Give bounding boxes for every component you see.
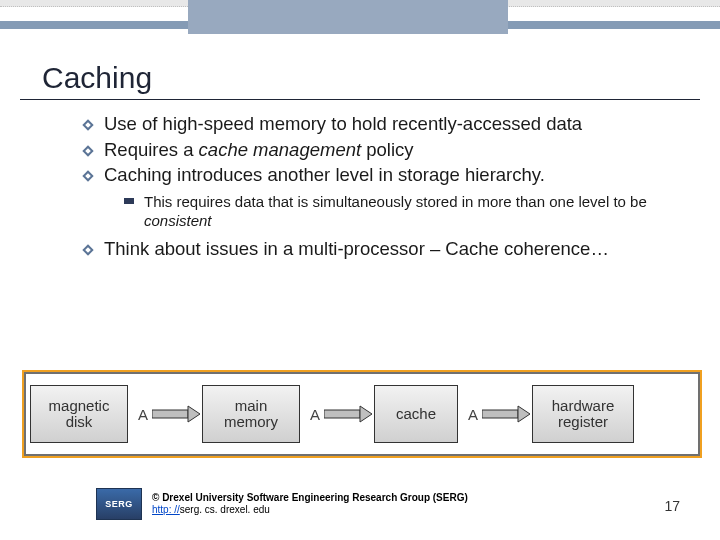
serg-logo: SERG [96,488,142,520]
arrow: A [130,404,200,424]
node-main-memory: mainmemory [202,385,300,443]
node-hardware-register: hardwareregister [532,385,634,443]
footer-text: © Drexel University Software Engineering… [152,492,468,516]
diamond-bullet-icon [80,243,96,257]
footer-link: http: // [152,504,180,515]
svg-rect-10 [324,410,360,418]
svg-rect-12 [482,410,518,418]
arrow-right-icon [324,404,372,424]
page-number: 17 [664,498,680,514]
svg-marker-11 [360,406,372,422]
bullet-item: Think about issues in a multi-processor … [80,237,670,261]
footer: SERG © Drexel University Software Engine… [96,488,468,520]
bullet-text: Think about issues in a multi-processor … [104,237,609,261]
bullet-item: Caching introduces another level in stor… [80,163,670,187]
node-cache: cache [374,385,458,443]
arrow-label: A [310,406,320,423]
diamond-bullet-icon [80,144,96,158]
bullet-text: Requires a cache management policy [104,138,414,162]
arrow: A [460,404,530,424]
arrow: A [302,404,372,424]
node-magnetic-disk: magneticdisk [30,385,128,443]
header-accent-block [188,0,508,34]
diagram-inner: magneticdisk A mainmemory A cache A hard… [26,374,698,454]
bullet-text: Use of high-speed memory to hold recentl… [104,112,582,136]
bullet-item: Requires a cache management policy [80,138,670,162]
arrow-label: A [138,406,148,423]
arrow-right-icon [482,404,530,424]
svg-marker-9 [188,406,200,422]
bullet-item: Use of high-speed memory to hold recentl… [80,112,670,136]
svg-rect-8 [152,410,188,418]
title-underline [20,99,700,100]
sub-bullet-item: This requires data that is simultaneousl… [124,193,670,231]
arrow-label: A [468,406,478,423]
slide-title: Caching [42,61,720,95]
content-area: Use of high-speed memory to hold recentl… [80,112,670,260]
bullet-text: Caching introduces another level in stor… [104,163,545,187]
sub-bullet-text: This requires data that is simultaneousl… [144,193,670,231]
storage-hierarchy-diagram: magneticdisk A mainmemory A cache A hard… [22,370,702,458]
arrow-right-icon [152,404,200,424]
diamond-bullet-icon [80,118,96,132]
svg-marker-13 [518,406,530,422]
diamond-bullet-icon [80,169,96,183]
square-bullet-icon [124,198,134,204]
